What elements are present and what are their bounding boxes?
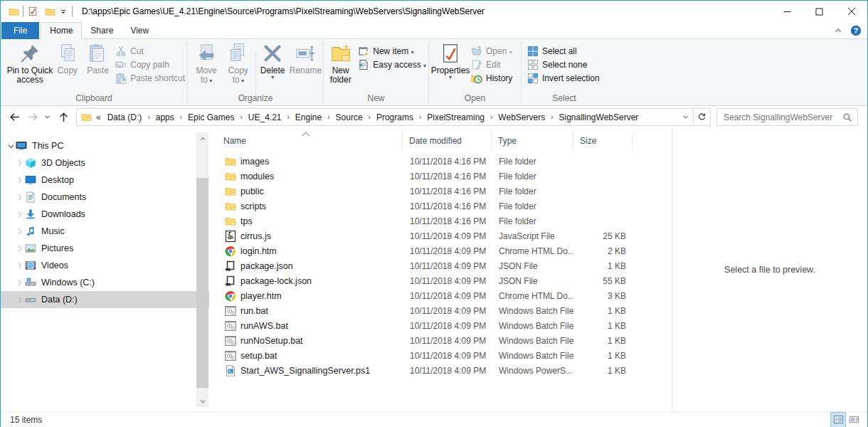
address-dropdown-button[interactable] <box>677 109 693 125</box>
window-folder-icon[interactable] <box>7 4 20 19</box>
cut-button[interactable]: Cut <box>113 44 187 58</box>
breadcrumb-separator-icon[interactable]: › <box>145 113 152 121</box>
file-row[interactable]: cirrus.js10/11/2018 4:09 PMJavaScript Fi… <box>209 228 672 243</box>
file-row[interactable]: login.htm10/11/2018 4:09 PMChrome HTML D… <box>209 243 672 258</box>
breadcrumb-separator-icon[interactable]: › <box>178 113 184 121</box>
select-none-button[interactable]: Select none <box>525 58 602 71</box>
expand-icon[interactable] <box>14 159 25 168</box>
nav-item-this-pc[interactable]: This PC <box>1 137 209 154</box>
invert-selection-button[interactable]: Invert selection <box>525 71 602 85</box>
nav-item-documents[interactable]: Documents <box>1 189 209 206</box>
breadcrumb-item-label[interactable]: PixelStreaming <box>423 112 488 122</box>
qat-new-folder-button[interactable] <box>43 4 56 19</box>
edit-button[interactable]: Edit <box>469 58 514 71</box>
nav-item-downloads[interactable]: Downloads <box>1 206 209 223</box>
details-view-button[interactable] <box>831 413 845 427</box>
breadcrumb-item-label[interactable]: WebServers <box>494 112 549 122</box>
maximize-button[interactable] <box>803 1 835 22</box>
new-folder-button[interactable]: New folder <box>325 39 356 90</box>
column-header-size[interactable]: Size <box>573 131 633 151</box>
minimize-ribbon-button[interactable] <box>833 26 843 36</box>
breadcrumb-item-label[interactable]: UE_4.21 <box>245 112 285 122</box>
column-header-type[interactable]: Type <box>492 131 573 151</box>
breadcrumb-item-label[interactable]: Engine <box>292 112 325 122</box>
copy-path-button[interactable]: Copy path <box>113 58 187 71</box>
scroll-thumb[interactable] <box>196 178 208 388</box>
forward-button[interactable] <box>27 111 39 123</box>
expand-icon[interactable] <box>14 295 25 305</box>
nav-item-music[interactable]: Music <box>1 223 209 240</box>
paste-shortcut-button[interactable]: Paste shortcut <box>113 71 187 85</box>
file-row[interactable]: scripts10/11/2018 4:16 PMFile folder <box>209 199 672 214</box>
nav-item-videos[interactable]: Videos <box>1 257 209 274</box>
move-to-button[interactable]: Move to ▾ <box>190 39 223 90</box>
recent-locations-button[interactable] <box>43 112 52 122</box>
file-row[interactable]: setup.bat10/11/2018 4:09 PMWindows Batch… <box>209 348 672 363</box>
breadcrumb-item-label[interactable]: Programs <box>373 112 417 122</box>
breadcrumb-overflow[interactable]: « <box>92 112 104 122</box>
column-header-name[interactable]: Name <box>209 131 403 151</box>
new-item-button[interactable]: New item ▾ <box>356 44 428 58</box>
expand-icon[interactable] <box>14 278 25 288</box>
scroll-up-arrow[interactable] <box>196 132 208 144</box>
expand-icon[interactable] <box>14 210 25 219</box>
nav-item-pictures[interactable]: Pictures <box>1 240 209 257</box>
nav-scrollbar[interactable] <box>196 132 208 407</box>
pin-to-quick-access-button[interactable]: Pin to Quick access <box>7 39 53 90</box>
breadcrumb-item-label[interactable]: Epic Games <box>184 112 238 122</box>
nav-item-desktop[interactable]: Desktop <box>1 172 209 189</box>
select-all-button[interactable]: Select all <box>525 44 602 58</box>
thumbnails-view-button[interactable] <box>847 413 861 427</box>
file-row[interactable]: runNoSetup.bat10/11/2018 4:09 PMWindows … <box>209 333 672 348</box>
breadcrumb-separator-icon[interactable]: › <box>238 113 244 121</box>
expand-icon[interactable] <box>14 176 25 185</box>
tab-file[interactable]: File <box>1 22 39 39</box>
copy-to-button[interactable]: Copy to ▾ <box>223 39 253 90</box>
rename-button[interactable]: Rename <box>288 39 323 90</box>
search-box[interactable]: Search SignallingWebServer <box>716 108 858 126</box>
tab-home[interactable]: Home <box>41 22 82 39</box>
tab-view[interactable]: View <box>122 22 157 39</box>
breadcrumb-separator-icon[interactable]: › <box>417 113 423 121</box>
search-icon[interactable] <box>837 112 857 122</box>
file-row[interactable]: package-lock.json10/11/2018 4:09 PMJSON … <box>209 273 672 288</box>
help-button[interactable] <box>850 25 862 36</box>
qat-properties-button[interactable] <box>26 4 39 19</box>
breadcrumb-separator-icon[interactable]: › <box>488 113 494 121</box>
file-row[interactable]: runAWS.bat10/11/2018 4:09 PMWindows Batc… <box>209 318 672 333</box>
qat-customize-button[interactable] <box>58 4 69 19</box>
paste-button[interactable]: Paste <box>83 39 114 90</box>
up-button[interactable] <box>58 111 70 123</box>
history-button[interactable]: History <box>469 71 514 85</box>
easy-access-button[interactable]: Easy access ▾ <box>356 58 428 71</box>
file-row[interactable]: package.json10/11/2018 4:09 PMJSON File1… <box>209 258 672 273</box>
file-row[interactable]: player.htm10/11/2018 4:09 PMChrome HTML … <box>209 288 672 303</box>
breadcrumb-separator-icon[interactable]: › <box>325 113 332 121</box>
copy-button[interactable]: Copy <box>53 39 83 90</box>
nav-item-windows-c[interactable]: Windows (C:) <box>1 274 209 291</box>
nav-item-3d-objects[interactable]: 3D Objects <box>1 154 209 172</box>
file-row[interactable]: modules10/11/2018 4:16 PMFile folder <box>209 169 672 184</box>
breadcrumb-separator-icon[interactable]: › <box>366 113 373 121</box>
breadcrumb-item-label[interactable]: apps <box>152 112 178 122</box>
delete-button[interactable]: Delete ▾ <box>258 39 288 90</box>
expand-icon[interactable] <box>14 244 25 253</box>
scroll-down-arrow[interactable] <box>196 395 208 407</box>
refresh-button[interactable] <box>694 108 711 126</box>
close-button[interactable] <box>835 1 867 22</box>
column-header-date[interactable]: Date modified <box>403 131 492 151</box>
minimize-button[interactable] <box>771 1 803 22</box>
breadcrumb-separator-icon[interactable]: › <box>285 113 292 121</box>
nav-item-data-d[interactable]: Data (D:) <box>1 291 209 308</box>
file-row[interactable]: public10/11/2018 4:16 PMFile folder <box>209 184 672 199</box>
breadcrumb-item-label[interactable]: Data (D:) <box>104 112 146 122</box>
breadcrumb-item-label[interactable]: SignallingWebServer <box>556 112 642 122</box>
file-row[interactable]: Start_AWS_SignallingServer.ps110/11/2018… <box>209 363 672 378</box>
file-row[interactable]: images10/11/2018 4:16 PMFile folder <box>209 154 672 169</box>
back-button[interactable] <box>9 111 21 123</box>
expand-icon[interactable] <box>14 193 25 202</box>
properties-button[interactable]: Properties ▾ <box>432 39 469 90</box>
open-button[interactable]: Open ▾ <box>469 44 514 58</box>
file-row[interactable]: run.bat10/11/2018 4:09 PMWindows Batch F… <box>209 303 672 318</box>
breadcrumb-item-label[interactable]: Source <box>332 112 366 122</box>
